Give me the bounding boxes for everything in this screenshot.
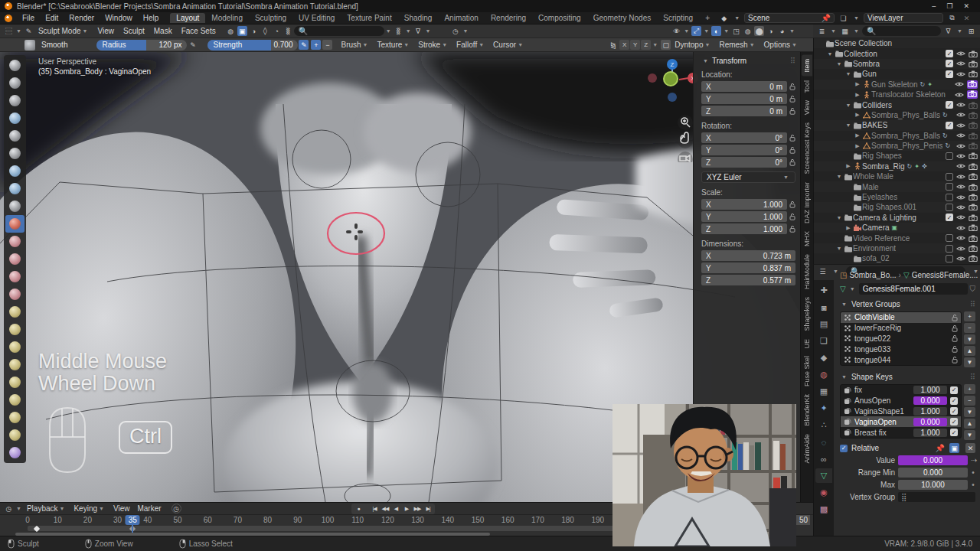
- radius-pressure-icon[interactable]: ✎: [188, 40, 198, 50]
- disable-render-camera-icon[interactable]: [969, 70, 978, 77]
- transform-field-rotation-y[interactable]: Y0°: [701, 145, 787, 155]
- prev-keyframe-button[interactable]: ◀◀: [380, 504, 390, 514]
- outliner-row-bakes[interactable]: ▼BAKES✓: [814, 120, 980, 130]
- remove-vertex-group-button[interactable]: −: [964, 323, 975, 333]
- n-panel-tab-mhx[interactable]: MHX: [802, 227, 812, 250]
- hide-eye-icon[interactable]: [955, 81, 964, 87]
- dyntopo-toggle[interactable]: ▢: [661, 40, 671, 50]
- dropdown-dyntopo[interactable]: Dyntopo▼: [671, 41, 715, 49]
- workspace-tab-shading[interactable]: Shading: [398, 13, 439, 23]
- viewport-menu-view[interactable]: View: [93, 27, 119, 35]
- vertex-group-specials-menu[interactable]: ▼: [964, 334, 975, 344]
- properties-editor-type-icon[interactable]: ☰: [818, 266, 828, 276]
- shape-keys-panel-title[interactable]: Shape Keys: [851, 373, 893, 381]
- close-button[interactable]: ✕: [963, 2, 969, 10]
- breadcrumb-data[interactable]: Genesis8Female....: [912, 271, 978, 279]
- range-max-field[interactable]: 10.000: [898, 480, 968, 490]
- outliner-row-rig-shapes-001[interactable]: Rig Shapes.001✓: [814, 202, 980, 212]
- n-panel-tab-hairmodule[interactable]: HairModule: [802, 250, 812, 293]
- workspace-tab-compositing[interactable]: Compositing: [532, 13, 587, 23]
- remove-shape-key-button[interactable]: −: [964, 396, 975, 406]
- disclosure-right-icon[interactable]: ▶: [844, 225, 852, 231]
- disclosure-right-icon[interactable]: ▶: [854, 81, 861, 87]
- properties-tab-physics[interactable]: ◌: [815, 435, 832, 449]
- shape-key-mute-checkbox[interactable]: ✓: [950, 429, 958, 436]
- maximize-button[interactable]: ❐: [946, 2, 952, 10]
- multires-icon[interactable]: 🮮: [260, 26, 270, 36]
- lock-open-icon[interactable]: [952, 334, 958, 342]
- viewport-menu-face-sets[interactable]: Face Sets: [177, 27, 220, 35]
- disable-render-camera-icon[interactable]: [969, 60, 978, 67]
- lock-icon[interactable]: [789, 213, 795, 220]
- shape-key-value[interactable]: 1.000: [913, 429, 947, 437]
- hide-eye-icon[interactable]: [956, 256, 965, 262]
- exclude-checkbox[interactable]: ✓: [946, 234, 953, 242]
- outliner-new-collection-icon[interactable]: ⊞: [966, 26, 976, 36]
- transform-field-dimensions-x[interactable]: X0.723 m: [701, 250, 795, 261]
- dropdown-stroke[interactable]: Stroke▼: [414, 41, 452, 49]
- disable-render-camera-icon[interactable]: [969, 194, 978, 201]
- lock-icon[interactable]: [789, 201, 795, 208]
- exclude-checkbox[interactable]: ✓: [946, 101, 953, 109]
- shape-key-value[interactable]: 1.000: [913, 386, 947, 394]
- brush-elastic-deform[interactable]: [5, 321, 24, 338]
- workspace-tab-geometry-nodes[interactable]: Geometry Nodes: [587, 13, 658, 23]
- brush-flatten[interactable]: [5, 233, 24, 250]
- render-camera-purple-icon[interactable]: [967, 80, 978, 89]
- hide-eye-icon[interactable]: [956, 122, 965, 129]
- shape-key-anusopen[interactable]: AnusOpen0.000✓: [841, 396, 961, 406]
- exclude-checkbox[interactable]: ✓: [946, 204, 953, 211]
- next-keyframe-button[interactable]: ▶▶: [412, 504, 423, 514]
- lock-icon[interactable]: [789, 95, 795, 103]
- auto-key-button[interactable]: ●: [353, 504, 364, 514]
- relative-checkbox[interactable]: ✓: [840, 445, 848, 452]
- brush-clay[interactable]: [5, 92, 24, 109]
- vertex-group-clothvisible[interactable]: ClothVisible: [841, 312, 961, 323]
- shape-key-value[interactable]: 0.000: [913, 396, 947, 405]
- proportional-edit-icon[interactable]: ◷: [451, 26, 461, 36]
- brush-thumbnail[interactable]: [24, 40, 35, 51]
- transform-field-location-z[interactable]: Z0 m: [701, 106, 787, 116]
- lock-open-icon[interactable]: [952, 345, 958, 353]
- outliner-display-mode-icon[interactable]: ≣: [817, 26, 827, 36]
- outliner-row-video-reference[interactable]: Video Reference✓: [814, 233, 980, 243]
- vertex-group-tongue022[interactable]: tongue022: [841, 334, 961, 344]
- move-shape-key-up-button[interactable]: ▲: [964, 419, 975, 429]
- hide-eye-icon[interactable]: [956, 143, 965, 149]
- radius-slider[interactable]: Radius120 px: [96, 40, 187, 51]
- outliner-row-sombra[interactable]: ▼Sombra✓: [814, 59, 980, 69]
- menu-help[interactable]: Help: [138, 14, 165, 22]
- disclosure-right-icon[interactable]: ▶: [854, 112, 861, 118]
- overlays-icon[interactable]: ◐: [711, 26, 721, 36]
- n-panel-tab-shapekeys[interactable]: Shapekeys: [802, 293, 812, 335]
- disable-render-camera-icon[interactable]: [969, 255, 978, 262]
- n-panel-tab-fuse-skel[interactable]: Fuse Skel: [802, 352, 812, 390]
- face-sets-icon[interactable]: ▣: [237, 26, 247, 36]
- exclude-checkbox[interactable]: ✓: [946, 173, 953, 181]
- jump-to-start-button[interactable]: |◀: [369, 504, 380, 514]
- disclosure-down-icon[interactable]: ▼: [835, 246, 843, 251]
- hide-eye-icon[interactable]: [956, 225, 965, 231]
- lock-icon[interactable]: [789, 83, 795, 90]
- add-mode-button[interactable]: +: [311, 40, 321, 50]
- disable-render-camera-icon[interactable]: [969, 173, 978, 180]
- shape-key-edit-mode-icon[interactable]: ▣: [949, 443, 959, 453]
- remesh-icon[interactable]: 🮙: [283, 26, 293, 36]
- n-panel-tab-tool[interactable]: Tool: [802, 77, 812, 97]
- outliner-row-sombra-phys-penis[interactable]: ▶Sombra_Phys_Penis↻: [814, 141, 980, 151]
- timeline-menu-playback[interactable]: Playback▼: [23, 504, 70, 513]
- shape-key-vaginaopen[interactable]: VaginaOpen0.000✓: [841, 416, 961, 427]
- disclosure-down-icon[interactable]: ▼: [835, 215, 843, 220]
- properties-tab-tool[interactable]: ✚: [815, 283, 832, 298]
- exclude-checkbox[interactable]: ✓: [946, 245, 953, 253]
- outliner-row-scene-collection[interactable]: Scene Collection: [814, 38, 980, 48]
- workspace-tab-uv-editing[interactable]: UV Editing: [292, 13, 341, 23]
- view-layer-selector[interactable]: ViewLayer: [864, 13, 943, 23]
- lock-open-icon[interactable]: [952, 324, 958, 332]
- transform-field-rotation-x[interactable]: X0°: [701, 132, 787, 143]
- menu-edit[interactable]: Edit: [40, 14, 64, 22]
- strength-slider[interactable]: Strength0.700: [207, 40, 298, 51]
- disable-render-camera-icon[interactable]: [969, 122, 978, 129]
- brush-pose[interactable]: [5, 373, 24, 391]
- disable-render-camera-icon[interactable]: [969, 245, 978, 252]
